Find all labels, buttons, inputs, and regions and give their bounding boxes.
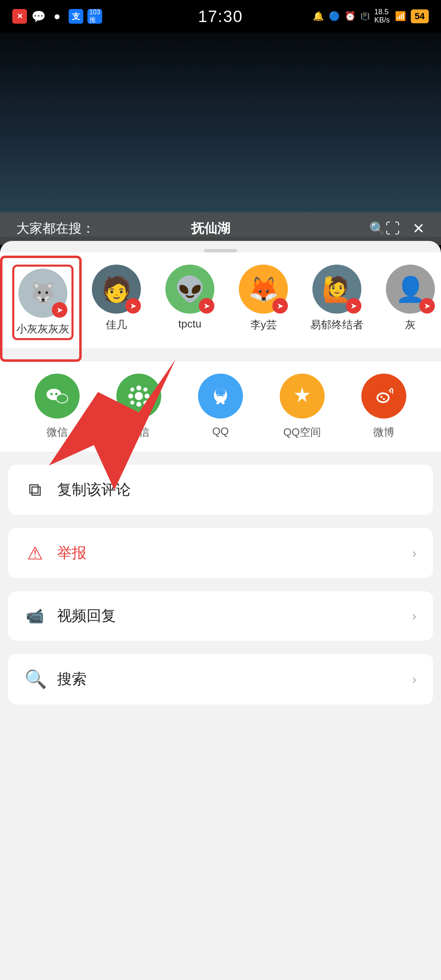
report-label: 举报 xyxy=(57,543,400,563)
wechat-label: 微信 xyxy=(47,425,68,439)
weibo-app-icon xyxy=(361,374,406,419)
warning-icon: ⚠ xyxy=(24,543,45,564)
x-icon: ✕ xyxy=(12,9,27,24)
svg-point-5 xyxy=(63,397,65,399)
svg-point-26 xyxy=(381,396,383,398)
contact-name-1: 佳几 xyxy=(106,318,127,332)
search-chevron: › xyxy=(412,672,416,687)
status-time: 17:30 xyxy=(198,7,243,26)
contact-item-1[interactable]: 🧑 ➤ 佳几 xyxy=(86,265,147,340)
copy-label: 复制该评论 xyxy=(57,480,416,500)
svg-point-2 xyxy=(50,393,53,395)
weibo-label: 微博 xyxy=(373,425,394,439)
search-icon: 🔍 xyxy=(24,668,45,690)
status-icons-left: ✕ 💬 ● 支 103推 xyxy=(12,9,102,24)
contact-send-btn-0[interactable]: ➤ xyxy=(52,302,67,318)
status-bar: ✕ 💬 ● 支 103推 17:30 🔔 🔵 ⏰ 📳 18.5KB/s 📶 54 xyxy=(0,0,441,33)
contact-name-4: 易郁终结者 xyxy=(310,318,363,332)
qq-label: QQ xyxy=(212,425,229,438)
contact-avatar-wrap-5: 👤 ➤ xyxy=(386,265,435,314)
svg-point-8 xyxy=(136,402,141,407)
search-label: 搜索 xyxy=(57,669,400,689)
copy-action[interactable]: ⧉ 复制该评论 xyxy=(8,465,433,515)
svg-point-3 xyxy=(55,393,58,395)
divider-3 xyxy=(0,521,441,528)
contact-name-3: 李y芸 xyxy=(250,318,277,332)
contact-name-0: 小灰灰灰灰 xyxy=(16,322,69,336)
search-bar-keyword: 抚仙湖 xyxy=(191,220,366,238)
contact-avatar-wrap-3: 🦊 ➤ xyxy=(239,265,288,314)
expand-button[interactable]: ⛶ xyxy=(385,220,400,237)
network-speed: 18.5KB/s xyxy=(374,8,390,24)
contact-send-btn-1[interactable]: ➤ xyxy=(125,298,141,314)
svg-point-6 xyxy=(135,392,143,400)
share-weibo[interactable]: 微博 xyxy=(361,374,406,439)
search-bar-actions: ⛶ ✕ xyxy=(385,220,425,237)
contact-avatar-wrap-4: 🙋 ➤ xyxy=(312,265,361,314)
vibrate-icon: 📳 xyxy=(361,12,370,21)
wifi-icon: 📶 xyxy=(395,11,406,22)
svg-point-10 xyxy=(145,394,149,399)
drag-handle xyxy=(204,249,237,252)
copy-icon: ⧉ xyxy=(24,479,45,500)
wechat-app-icon xyxy=(35,374,80,419)
svg-rect-17 xyxy=(216,402,219,404)
contact-send-btn-3[interactable]: ➤ xyxy=(272,298,288,314)
alipay-icon: 支 xyxy=(69,9,83,24)
contact-name-5: 灰 xyxy=(405,318,416,332)
divider-1 xyxy=(0,355,441,361)
contact-item-5[interactable]: 👤 ➤ 灰 xyxy=(380,265,441,340)
report-chevron: › xyxy=(412,546,416,561)
search-action[interactable]: 🔍 搜索 › xyxy=(8,654,433,704)
svg-point-12 xyxy=(143,388,147,392)
contact-item-3[interactable]: 🦊 ➤ 李y芸 xyxy=(233,265,294,340)
svg-point-22 xyxy=(223,394,224,396)
video-icon: 📹 xyxy=(24,608,45,625)
share-qqzone[interactable]: QQ空间 xyxy=(280,374,325,439)
svg-point-21 xyxy=(218,394,219,396)
divider-4 xyxy=(0,585,441,591)
contact-item-0[interactable]: 🐺 ➤ 小灰灰灰灰 xyxy=(12,265,74,340)
battery-indicator: 54 xyxy=(411,9,429,23)
search-small-icon: 🔍 xyxy=(369,221,385,236)
contacts-section: 🐺 ➤ 小灰灰灰灰 🧑 ➤ 佳几 👽 ➤ tpctu xyxy=(0,252,441,348)
contact-item-2[interactable]: 👽 ➤ tpctu xyxy=(159,265,220,340)
bottom-sheet: 🐺 ➤ 小灰灰灰灰 🧑 ➤ 佳几 👽 ➤ tpctu xyxy=(0,241,441,980)
bluetooth-icon: 🔵 xyxy=(329,11,340,22)
divider-2 xyxy=(0,458,441,465)
share-qq[interactable]: QQ xyxy=(198,374,243,439)
wechat-moments-icon xyxy=(116,374,161,419)
search-bar[interactable]: 大家都在搜： 抚仙湖 🔍 ⛶ ✕ xyxy=(0,212,441,245)
contact-send-btn-5[interactable]: ➤ xyxy=(419,298,435,314)
qqzone-app-icon xyxy=(280,374,325,419)
svg-marker-23 xyxy=(294,387,310,402)
contact-avatar-wrap-1: 🧑 ➤ xyxy=(92,265,141,314)
contact-item-4[interactable]: 🙋 ➤ 易郁终结者 xyxy=(306,265,368,340)
divider-5 xyxy=(0,647,441,654)
notification-icon: 🔔 xyxy=(313,11,324,22)
close-search-button[interactable]: ✕ xyxy=(412,220,425,237)
svg-point-9 xyxy=(128,394,133,399)
contacts-scroll[interactable]: 🐺 ➤ 小灰灰灰灰 🧑 ➤ 佳几 👽 ➤ tpctu xyxy=(0,261,441,344)
svg-point-25 xyxy=(378,394,388,401)
share-wechat[interactable]: 微信 xyxy=(35,374,80,439)
contact-avatar-wrap-2: 👽 ➤ xyxy=(165,265,214,314)
contact-send-btn-4[interactable]: ➤ xyxy=(346,298,361,314)
svg-point-13 xyxy=(130,401,134,405)
share-wechat-moments[interactable]: 微信 xyxy=(116,374,161,439)
wechat-moments-label: 微信 xyxy=(128,425,149,439)
contact-name-2: tpctu xyxy=(178,318,201,330)
alarm-icon: ⏰ xyxy=(345,11,356,22)
svg-point-27 xyxy=(383,398,385,400)
video-reply-action[interactable]: 📹 视频回复 › xyxy=(8,591,433,641)
app-icon: 103推 xyxy=(87,9,102,24)
contact-send-btn-2[interactable]: ➤ xyxy=(199,298,214,314)
qqzone-label: QQ空间 xyxy=(283,425,321,439)
svg-point-14 xyxy=(143,401,147,405)
wechat-icon: 💬 xyxy=(31,9,46,24)
svg-point-7 xyxy=(136,385,141,390)
share-apps-section: 微信 微信 xyxy=(0,361,441,452)
svg-point-4 xyxy=(59,397,61,399)
report-action[interactable]: ⚠ 举报 › xyxy=(8,528,433,578)
contact-avatar-wrap-0: 🐺 ➤ xyxy=(18,269,67,318)
